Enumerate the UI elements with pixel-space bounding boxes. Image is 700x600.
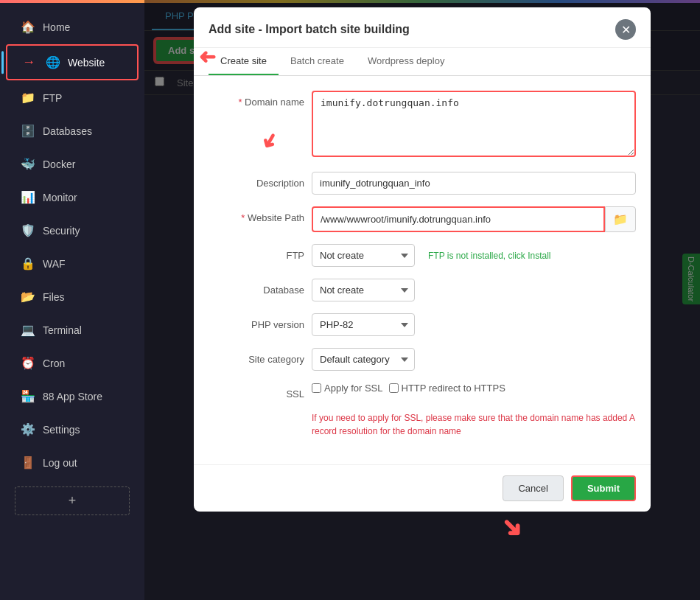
ssl-note: If you need to apply for SSL, please mak… [312, 411, 636, 438]
modal-title: Add site - Import batch site building [209, 23, 410, 36]
modal-tabs: Create site Batch create Wordpress deplo… [194, 48, 651, 76]
sidebar-label-docker: Docker [43, 158, 75, 170]
description-label: Description [209, 172, 304, 189]
ssl-group: SSL Apply for SSL HTTP redirect to HTTPS [209, 383, 636, 400]
appstore-icon: 🏪 [21, 389, 35, 403]
ssl-apply-label[interactable]: Apply for SSL [312, 383, 383, 394]
website-path-wrap: 📁 [312, 206, 636, 232]
sidebar-label-files: Files [43, 291, 65, 303]
website-path-group: Website Path 📁 [209, 206, 636, 232]
waf-icon: 🔒 [21, 257, 35, 271]
sidebar-label-logout: Log out [43, 457, 77, 469]
modal-tab-batch[interactable]: Batch create [279, 48, 356, 75]
modal-close-button[interactable]: ✕ [615, 19, 636, 40]
add-icon: + [69, 493, 77, 509]
sidebar-label-settings: Settings [43, 424, 80, 436]
sidebar-item-logout[interactable]: 🚪 Log out [6, 447, 139, 478]
files-icon: 📂 [21, 290, 35, 304]
domain-name-wrap: imunify.dotrungquan.info [312, 91, 636, 160]
sidebar-item-databases[interactable]: 🗄️ Databases [6, 115, 139, 147]
ftp-select[interactable]: Not create [312, 244, 415, 267]
submit-button[interactable]: Submit [571, 475, 636, 501]
sidebar-item-website[interactable]: → 🌐 Website [6, 44, 139, 80]
php-version-select[interactable]: PHP-82 [312, 313, 415, 336]
cancel-button[interactable]: Cancel [503, 475, 563, 501]
add-site-modal: Add site - Import batch site building ✕ … [194, 7, 651, 512]
php-version-group: PHP version PHP-82 [209, 313, 636, 336]
browse-path-button[interactable]: 📁 [605, 206, 636, 232]
php-version-label: PHP version [209, 313, 304, 330]
sidebar-label-appstore: 88 App Store [43, 391, 102, 402]
docker-icon: 🐳 [21, 157, 35, 171]
ftp-control-wrap: Not create FTP is not installed, click I… [312, 244, 551, 267]
sidebar-label-monitor: Monitor [43, 192, 77, 203]
ssl-options: Apply for SSL HTTP redirect to HTTPS [312, 383, 505, 394]
database-group: Database Not create [209, 279, 636, 301]
sidebar-label-home: Home [43, 21, 70, 33]
modal-header: Add site - Import batch site building ✕ [194, 7, 651, 48]
database-select[interactable]: Not create [312, 279, 415, 301]
sidebar-item-settings[interactable]: ⚙️ Settings [6, 414, 139, 445]
site-category-label: Site category [209, 348, 304, 365]
sidebar-item-waf[interactable]: 🔒 WAF [6, 248, 139, 279]
site-category-group: Site category Default category [209, 348, 636, 371]
domain-name-input[interactable]: imunify.dotrungquan.info [312, 91, 636, 157]
description-group: Description [209, 172, 636, 195]
sidebar-item-security[interactable]: 🛡️ Security [6, 214, 139, 246]
settings-icon: ⚙️ [21, 422, 35, 436]
monitor-icon: 📊 [21, 190, 35, 204]
sidebar-label-terminal: Terminal [43, 324, 82, 336]
ssl-redirect-checkbox[interactable] [389, 383, 399, 393]
modal-footer: Cancel Submit [194, 464, 651, 512]
website-path-input[interactable] [312, 206, 605, 232]
modal-overlay: Add site - Import batch site building ✕ … [144, 0, 700, 600]
sidebar: 🏠 Home → 🌐 Website 📁 FTP 🗄️ Databases 🐳 … [0, 3, 144, 600]
domain-name-group: Domain name imunify.dotrungquan.info [209, 91, 636, 160]
ftp-install-message: FTP is not installed, click Install [428, 251, 551, 261]
sidebar-label-website: Website [68, 57, 105, 69]
sidebar-item-cron[interactable]: ⏰ Cron [6, 347, 139, 379]
security-icon: 🛡️ [21, 223, 35, 237]
ftp-label: FTP [209, 244, 304, 261]
site-category-select[interactable]: Default category [312, 348, 415, 371]
sidebar-label-security: Security [43, 225, 80, 237]
sidebar-label-databases: Databases [43, 125, 92, 137]
database-label: Database [209, 279, 304, 296]
ftp-icon: 📁 [21, 91, 35, 105]
ssl-label: SSL [209, 383, 304, 400]
website-path-label: Website Path [209, 206, 304, 223]
domain-name-label: Domain name [209, 91, 304, 108]
terminal-icon: 💻 [21, 323, 35, 337]
description-input[interactable] [312, 172, 636, 195]
sidebar-item-ftp[interactable]: 📁 FTP [6, 82, 139, 114]
arrow-right-icon: → [22, 55, 35, 70]
modal-tab-wordpress[interactable]: Wordpress deploy [356, 48, 457, 75]
website-icon: 🌐 [46, 55, 60, 69]
home-icon: 🏠 [21, 20, 35, 34]
logout-icon: 🚪 [21, 456, 35, 470]
cron-icon: ⏰ [21, 356, 35, 370]
sidebar-item-appstore[interactable]: 🏪 88 App Store [6, 380, 139, 412]
sidebar-item-terminal[interactable]: 💻 Terminal [6, 314, 139, 346]
sidebar-item-docker[interactable]: 🐳 Docker [6, 148, 139, 180]
sidebar-item-home[interactable]: 🏠 Home [6, 11, 139, 43]
ftp-group: FTP Not create FTP is not installed, cli… [209, 244, 636, 267]
add-button[interactable]: + [15, 486, 130, 515]
sidebar-label-cron: Cron [43, 357, 65, 369]
sidebar-label-waf: WAF [43, 258, 66, 270]
sidebar-item-monitor[interactable]: 📊 Monitor [6, 181, 139, 213]
modal-body: Domain name imunify.dotrungquan.info Des… [194, 76, 651, 464]
sidebar-label-ftp: FTP [43, 92, 62, 104]
databases-icon: 🗄️ [21, 124, 35, 138]
modal-tab-create[interactable]: Create site [209, 48, 279, 75]
ssl-redirect-label[interactable]: HTTP redirect to HTTPS [389, 383, 505, 394]
sidebar-item-files[interactable]: 📂 Files [6, 281, 139, 313]
ssl-apply-checkbox[interactable] [312, 383, 321, 393]
